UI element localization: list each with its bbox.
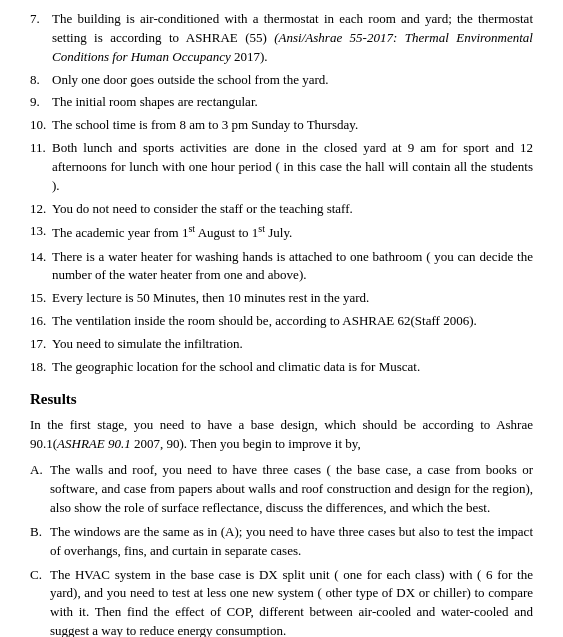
superscript: st xyxy=(258,223,265,234)
list-number: 17. xyxy=(30,335,52,354)
list-text: There is a water heater for washing hand… xyxy=(52,248,533,286)
alpha-item: C. The HVAC system in the base case is D… xyxy=(30,566,533,637)
alpha-item: B. The windows are the same as in (A); y… xyxy=(30,523,533,561)
list-text: The ventilation inside the room should b… xyxy=(52,312,533,331)
list-item: 16. The ventilation inside the room shou… xyxy=(30,312,533,331)
alpha-list: A. The walls and roof, you need to have … xyxy=(30,461,533,637)
list-number: 18. xyxy=(30,358,52,377)
results-intro: In the first stage, you need to have a b… xyxy=(30,416,533,454)
list-item: 18. The geographic location for the scho… xyxy=(30,358,533,377)
superscript: st xyxy=(188,223,195,234)
alpha-letter: C. xyxy=(30,566,50,637)
list-text: Only one door goes outside the school fr… xyxy=(52,71,533,90)
list-item: 8. Only one door goes outside the school… xyxy=(30,71,533,90)
italic-ashrae: ASHRAE 90.1 xyxy=(57,436,131,451)
list-number: 15. xyxy=(30,289,52,308)
alpha-text: The HVAC system in the base case is DX s… xyxy=(50,566,533,637)
list-number: 11. xyxy=(30,139,52,196)
alpha-letter: B. xyxy=(30,523,50,561)
list-number: 8. xyxy=(30,71,52,90)
list-number: 10. xyxy=(30,116,52,135)
numbered-list: 7. The building is air-conditioned with … xyxy=(30,10,533,377)
list-number: 7. xyxy=(30,10,52,67)
alpha-text: The walls and roof, you need to have thr… xyxy=(50,461,533,518)
list-item: 13. The academic year from 1st August to… xyxy=(30,222,533,243)
list-item: 14. There is a water heater for washing … xyxy=(30,248,533,286)
list-text: You need to simulate the infiltration. xyxy=(52,335,533,354)
list-text: Both lunch and sports activities are don… xyxy=(52,139,533,196)
list-item: 17. You need to simulate the infiltratio… xyxy=(30,335,533,354)
list-item: 9. The initial room shapes are rectangul… xyxy=(30,93,533,112)
list-number: 13. xyxy=(30,222,52,243)
list-text: The geographic location for the school a… xyxy=(52,358,533,377)
main-content: 7. The building is air-conditioned with … xyxy=(30,10,533,637)
alpha-letter: A. xyxy=(30,461,50,518)
list-text: You do not need to consider the staff or… xyxy=(52,200,533,219)
list-text: The initial room shapes are rectangular. xyxy=(52,93,533,112)
italic-citation: (Ansi/Ashrae 55-2017: Thermal Environmen… xyxy=(52,30,533,64)
results-heading: Results xyxy=(30,391,533,408)
list-item: 15. Every lecture is 50 Minutes, then 10… xyxy=(30,289,533,308)
list-item: 10. The school time is from 8 am to 3 pm… xyxy=(30,116,533,135)
list-text: The school time is from 8 am to 3 pm Sun… xyxy=(52,116,533,135)
alpha-text: The windows are the same as in (A); you … xyxy=(50,523,533,561)
list-text: The building is air-conditioned with a t… xyxy=(52,10,533,67)
list-number: 16. xyxy=(30,312,52,331)
list-text: The academic year from 1st August to 1st… xyxy=(52,222,533,243)
list-number: 12. xyxy=(30,200,52,219)
alpha-item: A. The walls and roof, you need to have … xyxy=(30,461,533,518)
list-item: 12. You do not need to consider the staf… xyxy=(30,200,533,219)
list-number: 9. xyxy=(30,93,52,112)
list-number: 14. xyxy=(30,248,52,286)
list-item: 7. The building is air-conditioned with … xyxy=(30,10,533,67)
list-item: 11. Both lunch and sports activities are… xyxy=(30,139,533,196)
list-text: Every lecture is 50 Minutes, then 10 min… xyxy=(52,289,533,308)
